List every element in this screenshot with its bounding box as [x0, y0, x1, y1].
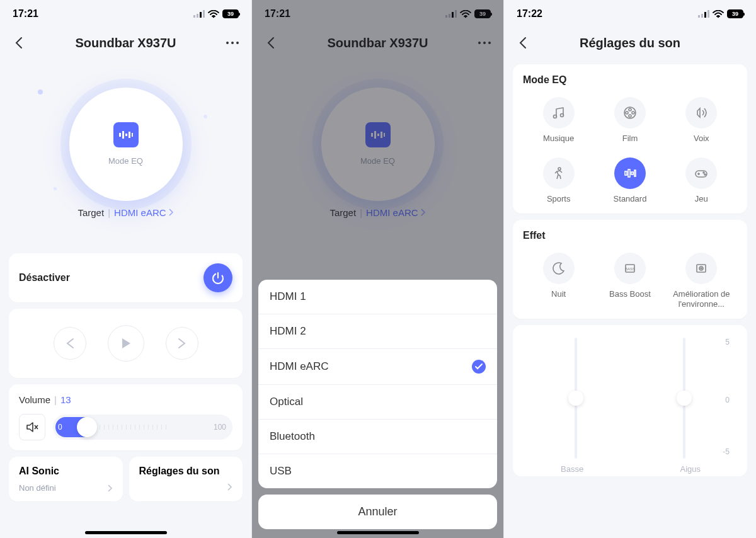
hero-area: Mode EQ Target | HDMI eARC	[0, 58, 251, 247]
screen-soundbar-main: 17:21 39 Soundbar X937U	[0, 0, 252, 538]
battery-icon: 39	[727, 9, 743, 18]
mode-film[interactable]: Film	[594, 97, 665, 144]
ai-sonic-title: AI Sonic	[19, 466, 113, 477]
svg-point-32	[718, 16, 719, 18]
sheet-cancel-button[interactable]: Annuler	[258, 495, 497, 529]
signal-icon	[193, 10, 205, 18]
sound-settings-title: Réglages du son	[139, 466, 233, 477]
svg-point-34	[560, 114, 563, 117]
mode-surround[interactable]: Amélioration de l'environne...	[666, 253, 737, 309]
svg-point-46	[703, 172, 704, 173]
treble-slider[interactable]	[672, 338, 697, 459]
voice-icon	[685, 97, 717, 129]
status-bar: 17:22 39	[504, 0, 756, 28]
svg-rect-14	[217, 272, 219, 278]
volume-label: Volume	[19, 394, 50, 405]
play-button[interactable]	[108, 325, 144, 362]
mode-bass[interactable]: BASSBass Boost	[594, 253, 665, 309]
treble-label: Aigus	[680, 464, 701, 474]
svg-rect-42	[628, 169, 630, 177]
home-indicator[interactable]	[337, 531, 419, 534]
bass-slider[interactable]	[563, 338, 588, 459]
screen-sound-settings: 17:22 39 Réglages du son Mode EQ Musique…	[504, 0, 756, 538]
signal-icon	[698, 10, 709, 18]
power-card: Désactiver	[9, 253, 243, 302]
ai-sonic-value: Non défini	[19, 483, 56, 493]
tone-sliders-card: 5 0 -5 Basse Aigus	[513, 325, 747, 476]
battery-icon: 39	[222, 9, 239, 18]
svg-text:BASS: BASS	[625, 267, 635, 271]
mode-music[interactable]: Musique	[523, 97, 594, 144]
svg-rect-8	[119, 133, 121, 137]
back-button[interactable]	[10, 34, 28, 52]
sound-settings-card[interactable]: Réglages du son	[129, 457, 243, 501]
slider-max: 100	[214, 423, 226, 432]
svg-rect-1	[197, 14, 198, 18]
slider-min: 0	[58, 423, 62, 432]
bass-label: Basse	[561, 464, 583, 474]
mode-game[interactable]: Jeu	[666, 157, 737, 204]
prev-button[interactable]	[54, 327, 86, 360]
power-button[interactable]	[203, 263, 232, 292]
svg-point-40	[558, 168, 561, 170]
chevron-right-icon	[108, 484, 113, 492]
header: Réglages du son	[504, 28, 756, 58]
ai-sonic-card[interactable]: AI Sonic Non défini	[9, 457, 123, 501]
sheet-option[interactable]: HDMI 2	[258, 314, 497, 349]
mode-sports[interactable]: Sports	[523, 157, 594, 204]
film-icon	[614, 97, 646, 129]
target-selector[interactable]: Target | HDMI eARC	[77, 207, 173, 218]
home-indicator[interactable]	[85, 531, 167, 534]
eq-mode-card: Mode EQ MusiqueFilmVoixSportsStandardJeu	[513, 64, 747, 214]
svg-point-36	[629, 108, 631, 111]
mode-label: Nuit	[551, 289, 566, 299]
chevron-right-icon	[169, 209, 174, 216]
svg-point-6	[231, 42, 234, 44]
page-title: Réglages du son	[532, 36, 728, 50]
mode-label: Amélioration de l'environne...	[670, 289, 733, 309]
volume-slider[interactable]: 0 100	[53, 415, 232, 440]
svg-rect-12	[132, 133, 133, 137]
wifi-icon	[208, 10, 219, 18]
svg-rect-0	[193, 15, 195, 18]
mode-label: Sports	[547, 194, 571, 204]
back-button[interactable]	[514, 34, 532, 52]
scale-top: 5	[725, 338, 730, 346]
svg-rect-44	[634, 170, 636, 176]
svg-rect-31	[707, 10, 709, 18]
sheet-option[interactable]: Optical	[258, 385, 497, 420]
bass-icon: BASS	[614, 253, 646, 284]
status-time: 17:22	[517, 8, 542, 20]
mode-moon[interactable]: Nuit	[523, 253, 594, 309]
mode-voice[interactable]: Voix	[666, 97, 737, 144]
status-time: 17:21	[13, 8, 38, 20]
svg-point-5	[226, 42, 229, 44]
target-label: Target	[77, 207, 104, 218]
sheet-option[interactable]: USB	[258, 454, 497, 488]
svg-point-51	[699, 266, 703, 270]
svg-rect-43	[631, 172, 633, 175]
svg-rect-3	[203, 10, 205, 18]
svg-point-4	[213, 16, 215, 18]
treble-thumb[interactable]	[677, 391, 692, 406]
effect-card: Effet NuitBASSBass BoostAmélioration de …	[513, 220, 747, 319]
sports-icon	[543, 157, 575, 189]
wifi-icon	[713, 10, 724, 18]
music-icon	[543, 97, 575, 129]
chevron-right-icon	[227, 483, 232, 491]
eq-icon	[614, 157, 646, 189]
slider-thumb[interactable]	[77, 417, 97, 437]
sheet-option[interactable]: HDMI 1	[258, 280, 497, 314]
mode-eq[interactable]: Standard	[594, 157, 665, 204]
sheet-option[interactable]: HDMI eARC	[258, 349, 497, 385]
mute-button[interactable]	[19, 414, 45, 440]
svg-point-38	[629, 115, 631, 117]
more-button[interactable]	[224, 34, 241, 52]
svg-rect-50	[697, 265, 706, 272]
sheet-option[interactable]: Bluetooth	[258, 420, 497, 454]
game-icon	[685, 157, 717, 189]
eq-circle-button[interactable]: Mode EQ	[69, 88, 183, 201]
bass-thumb[interactable]	[568, 391, 583, 406]
next-button[interactable]	[166, 327, 198, 360]
surround-icon	[685, 253, 717, 284]
